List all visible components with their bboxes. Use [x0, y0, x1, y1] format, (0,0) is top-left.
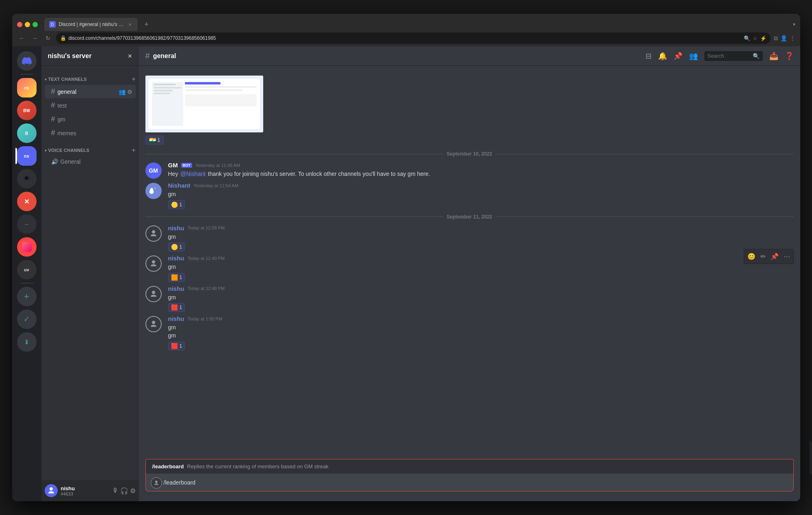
menu-icon[interactable]: ⋮: [790, 35, 795, 41]
category-arrow-voice: ▾: [45, 148, 47, 153]
back-button[interactable]: ←: [17, 33, 27, 43]
discord-home-button[interactable]: [17, 51, 37, 71]
channel-item-gm[interactable]: # gm: [45, 113, 136, 126]
server-item-3: B: [17, 123, 37, 143]
message-actions-nishu-2: 😊 ✏ 📌 ⋯: [744, 249, 794, 264]
discover-servers-button[interactable]: ✓: [17, 309, 37, 329]
add-voice-channel-button[interactable]: +: [132, 147, 135, 154]
server-icon-5[interactable]: 👁: [17, 169, 37, 188]
reaction-count-nishu-1: 1: [180, 244, 182, 250]
threads-icon[interactable]: ⊟: [645, 52, 652, 61]
reload-button[interactable]: ↻: [43, 33, 53, 43]
messages-container[interactable]: 🇮🇳 1 September 10, 2022 GM: [139, 66, 800, 459]
server-icon-9[interactable]: uv: [17, 260, 37, 279]
message-group-nishant: Nishant Yesterday at 11:54 AM gm 🟡 1: [139, 180, 800, 211]
add-text-channel-button[interactable]: +: [132, 76, 135, 83]
reaction-nishu-1[interactable]: 🟡 1: [168, 242, 185, 251]
avatar-gm-bot[interactable]: GM: [145, 162, 162, 179]
server-icon-8[interactable]: [17, 237, 37, 257]
timestamp-nishu-4: Today at 1:00 PM: [188, 316, 223, 321]
server-header[interactable]: nishu's server ✕: [41, 46, 139, 66]
username-nishu-1[interactable]: nishu: [168, 225, 184, 232]
user-settings-icon[interactable]: ⚙: [130, 487, 136, 495]
timestamp-gm-bot: Yesterday at 11:46 AM: [195, 163, 240, 168]
reaction-nishu-3[interactable]: 🟥 1: [168, 303, 185, 312]
search-placeholder: Search: [708, 53, 750, 59]
close-button[interactable]: [17, 22, 22, 27]
reaction-count-nishu-4: 1: [180, 343, 182, 349]
maximize-button[interactable]: [32, 22, 38, 27]
avatar-nishu-4[interactable]: [145, 316, 162, 332]
reaction-nishu-4[interactable]: 🟥 1: [168, 342, 185, 351]
channel-item-test[interactable]: # test: [45, 99, 136, 112]
server-icon-7[interactable]: ···: [17, 214, 37, 234]
channel-name-memes: memes: [58, 130, 132, 136]
message-content-nishu-2: nishu Today at 12:40 PM gm 🟧 1: [168, 255, 794, 282]
channel-item-voice-general[interactable]: 🔊 General: [45, 156, 136, 167]
reaction-nishant[interactable]: 🟡 1: [168, 200, 185, 209]
avatar-nishu-3[interactable]: [145, 286, 162, 302]
inbox-icon[interactable]: 📥: [769, 52, 778, 61]
reaction-emoji-nishu-1: 🟡: [171, 244, 178, 250]
add-reaction-button[interactable]: 😊: [746, 251, 757, 262]
headset-icon[interactable]: 🎧: [120, 487, 128, 495]
profile-icon[interactable]: 👤: [780, 35, 787, 41]
new-tab-button[interactable]: +: [141, 19, 152, 30]
channel-item-memes[interactable]: # memes: [45, 126, 136, 140]
timestamp-nishant: Yesterday at 11:54 AM: [194, 183, 238, 188]
username-gm-bot[interactable]: GM: [168, 162, 178, 169]
help-icon[interactable]: ❓: [785, 52, 794, 61]
channel-item-general[interactable]: # general 👥 ⚙: [45, 85, 136, 98]
avatar-nishant[interactable]: [145, 183, 162, 199]
channel-list: ▾ TEXT CHANNELS + # general 👥 ⚙ # tes: [41, 66, 139, 480]
username-nishu-4[interactable]: nishu: [168, 315, 184, 322]
text-channels-category[interactable]: ▾ TEXT CHANNELS +: [41, 69, 139, 84]
chat-input-box[interactable]: /leaderboard: [145, 474, 794, 491]
minimize-button[interactable]: [25, 22, 30, 27]
server-icon-4[interactable]: ns: [17, 146, 37, 166]
notification-icon[interactable]: 🔔: [658, 52, 667, 61]
traffic-lights: [17, 22, 38, 27]
server-icon-3[interactable]: B: [17, 123, 37, 143]
message-content-nishu-4: nishu Today at 1:00 PM gmgm 🟥 1: [168, 315, 794, 350]
username-nishu-2[interactable]: nishu: [168, 255, 184, 262]
message-group-gm-bot: GM GM BOT Yesterday at 11:46 AM Hey @Nis…: [139, 160, 800, 180]
avatar-nishu-1[interactable]: [145, 225, 162, 242]
message-content-gm-bot: GM BOT Yesterday at 11:46 AM Hey @Nishan…: [168, 162, 794, 179]
more-actions-button[interactable]: ⋯: [782, 251, 792, 262]
hash-icon-memes: #: [51, 129, 55, 137]
avatar-nishu-2[interactable]: [145, 255, 162, 272]
reaction-count-nishant: 1: [180, 202, 182, 208]
tab-close-button[interactable]: ✕: [127, 22, 133, 27]
date-line-left: [145, 154, 444, 154]
voice-channels-category[interactable]: ▾ VOICE CHANNELS +: [41, 140, 139, 156]
add-server-button[interactable]: +: [17, 287, 37, 306]
server-icon-2[interactable]: BW: [17, 101, 37, 120]
download-apps-button[interactable]: ⬇: [17, 332, 37, 352]
member-list-icon[interactable]: 👥: [689, 52, 698, 61]
hash-icon-gm: #: [51, 115, 55, 123]
address-input[interactable]: 🔒 discord.com/channels/97703139685606198…: [56, 32, 771, 44]
mention-nishant[interactable]: @Nishant: [180, 171, 206, 177]
extensions-icon[interactable]: ⧉: [774, 35, 778, 42]
chat-input-text[interactable]: /leaderboard: [164, 479, 788, 486]
microphone-icon[interactable]: 🎙: [112, 487, 119, 495]
reaction-nishu-2[interactable]: 🟧 1: [168, 273, 185, 282]
browser-tab[interactable]: D Discord | #general | nishu's s... ✕: [44, 18, 138, 31]
user-name: nishu: [61, 485, 109, 491]
username-nishant[interactable]: Nishant: [168, 182, 191, 189]
lock-icon: 🔒: [60, 35, 66, 41]
search-box[interactable]: Search 🔍: [704, 51, 763, 61]
message-header-nishu-2: nishu Today at 12:40 PM: [168, 255, 794, 262]
server-icon-1[interactable]: ns: [17, 78, 37, 97]
reaction-count-nishu-2: 1: [180, 275, 182, 280]
server-icon-6[interactable]: ✕: [17, 192, 37, 211]
message-group-nishu-1: nishu Today at 12:09 PM gm 🟡 1: [139, 223, 800, 253]
pin-icon[interactable]: 📌: [673, 52, 682, 61]
username-nishu-3[interactable]: nishu: [168, 285, 184, 292]
browser-dropdown[interactable]: ▾: [793, 22, 795, 27]
forward-button[interactable]: →: [30, 33, 40, 43]
edit-message-button[interactable]: ✏: [759, 251, 767, 262]
pin-message-button[interactable]: 📌: [769, 251, 780, 262]
image-reaction[interactable]: 🇮🇳 1: [145, 136, 164, 145]
